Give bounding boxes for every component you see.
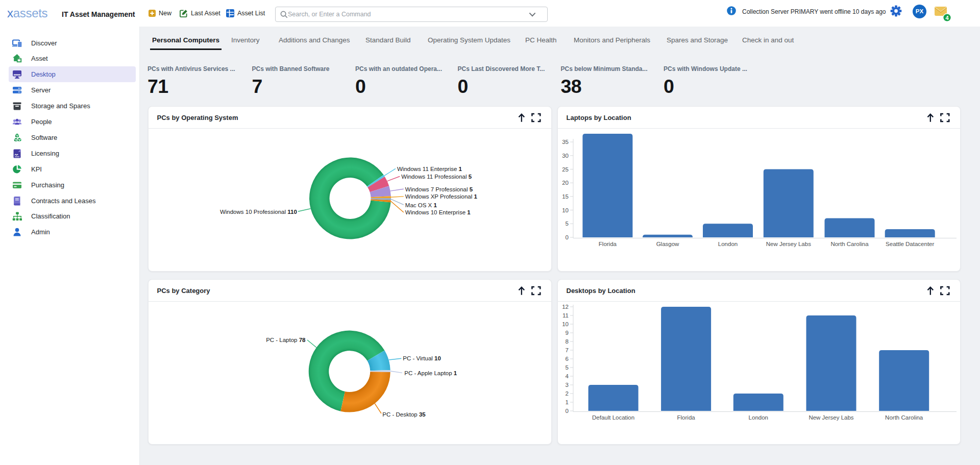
svg-text:Default Location: Default Location: [592, 414, 634, 420]
svg-text:London: London: [749, 414, 768, 420]
svg-text:London: London: [718, 241, 738, 247]
svg-text:PC - Virtual 10: PC - Virtual 10: [403, 355, 441, 361]
svg-text:12: 12: [562, 304, 569, 310]
svg-text:5: 5: [566, 221, 569, 227]
svg-text:8: 8: [566, 338, 569, 345]
svg-text:4: 4: [945, 15, 949, 21]
svg-text:1: 1: [566, 399, 569, 405]
svg-text:7: 7: [566, 347, 569, 353]
svg-text:Windows 10 Professional 110: Windows 10 Professional 110: [220, 209, 297, 215]
svg-text:6: 6: [566, 356, 569, 362]
svg-text:Glasgow: Glasgow: [656, 241, 679, 247]
svg-text:Windows 11 Professional 5: Windows 11 Professional 5: [401, 174, 472, 180]
svg-text:3: 3: [566, 382, 569, 388]
svg-text:Florida: Florida: [677, 414, 696, 420]
svg-text:4: 4: [566, 373, 569, 379]
svg-text:PC - Desktop 35: PC - Desktop 35: [382, 411, 426, 418]
svg-text:Florida: Florida: [599, 241, 617, 247]
svg-text:North Carolina: North Carolina: [885, 414, 923, 420]
svg-text:Windows 11 Enterprise 1: Windows 11 Enterprise 1: [397, 166, 462, 172]
svg-text:Mac OS X 1: Mac OS X 1: [405, 202, 437, 208]
svg-text:0: 0: [566, 408, 569, 414]
svg-text:25: 25: [562, 166, 569, 173]
svg-text:Windows 10 Enterprise 1: Windows 10 Enterprise 1: [405, 209, 471, 215]
svg-text:PC - Apple Laptop 1: PC - Apple Laptop 1: [404, 370, 457, 376]
svg-text:10: 10: [562, 321, 569, 327]
svg-text:New Jersey Labs: New Jersey Labs: [766, 241, 811, 247]
svg-text:0: 0: [566, 234, 569, 240]
svg-text:5: 5: [566, 364, 569, 371]
svg-text:9: 9: [566, 330, 569, 336]
svg-text:Seattle Datacenter: Seattle Datacenter: [886, 241, 934, 247]
svg-text:Windows XP Professional 1: Windows XP Professional 1: [405, 193, 478, 200]
svg-text:20: 20: [562, 180, 569, 186]
svg-text:North Carolina: North Carolina: [830, 241, 869, 247]
svg-text:PC - Laptop 78: PC - Laptop 78: [266, 336, 306, 342]
svg-text:35: 35: [562, 139, 569, 145]
svg-text:10: 10: [562, 207, 569, 213]
svg-text:2: 2: [566, 390, 569, 397]
svg-text:New Jersey Labs: New Jersey Labs: [808, 414, 853, 420]
svg-text:Windows 7 Professional 5: Windows 7 Professional 5: [405, 186, 473, 192]
svg-text:15: 15: [562, 193, 569, 200]
svg-text:30: 30: [562, 153, 569, 159]
svg-text:11: 11: [562, 312, 569, 319]
